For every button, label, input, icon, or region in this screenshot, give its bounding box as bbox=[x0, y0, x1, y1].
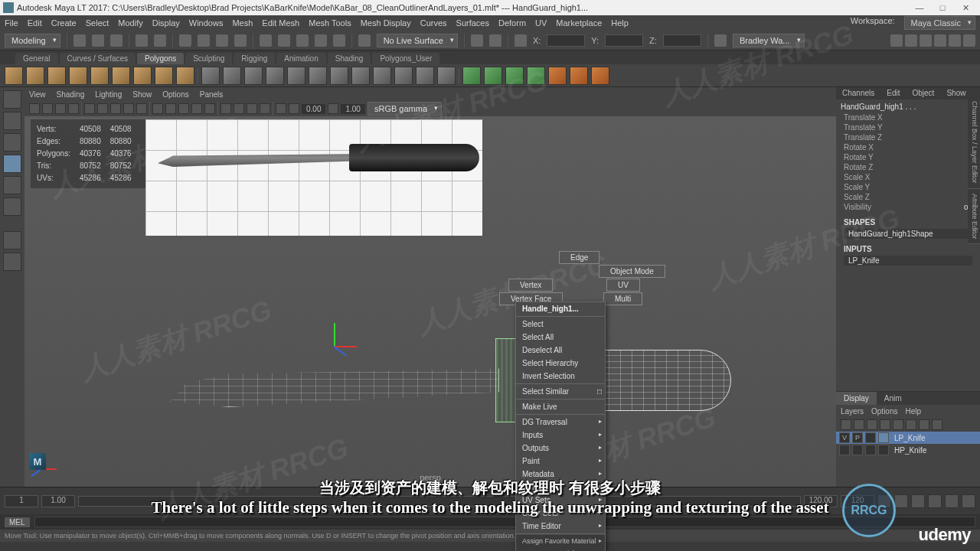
tab-polygons[interactable]: Polygons bbox=[137, 53, 184, 64]
paint-select-tool[interactable] bbox=[3, 133, 21, 152]
menu-help[interactable]: Help bbox=[611, 18, 629, 28]
sculpt-icon[interactable] bbox=[591, 67, 609, 85]
layers-menu[interactable]: Layers bbox=[841, 407, 864, 416]
ctx-invert-selection[interactable]: Invert Selection bbox=[516, 370, 605, 383]
menu-deform[interactable]: Deform bbox=[498, 18, 526, 28]
menu-mesh[interactable]: Mesh bbox=[232, 18, 253, 28]
view-icon[interactable] bbox=[191, 103, 202, 114]
redo-icon[interactable] bbox=[154, 34, 166, 47]
insert-loop-icon[interactable] bbox=[437, 67, 456, 85]
menu-edit-mesh[interactable]: Edit Mesh bbox=[262, 18, 299, 28]
menu-display[interactable]: Display bbox=[152, 18, 180, 28]
vtab-channel-box[interactable]: Channel Box / Layer Editor bbox=[968, 96, 980, 189]
view-icon[interactable] bbox=[260, 103, 270, 114]
minimize-button[interactable]: — bbox=[908, 3, 931, 12]
layout-four-icon[interactable] bbox=[3, 253, 21, 271]
view-icon[interactable] bbox=[152, 103, 163, 114]
node-name[interactable]: HandGuard_high1 . . . bbox=[841, 103, 975, 111]
cb-edit[interactable]: Edit bbox=[880, 87, 906, 99]
snap-live-icon[interactable] bbox=[333, 34, 345, 47]
combine-icon[interactable] bbox=[201, 67, 220, 85]
select-hierarchy-icon[interactable] bbox=[198, 34, 210, 47]
scale-tool[interactable] bbox=[3, 197, 21, 216]
view-icon[interactable] bbox=[220, 103, 231, 114]
view-icon[interactable] bbox=[97, 103, 108, 114]
uv-editor-icon[interactable] bbox=[462, 67, 481, 85]
sym-x-input[interactable] bbox=[547, 34, 585, 47]
quad-draw-icon[interactable] bbox=[416, 67, 434, 85]
poly-plane-icon[interactable] bbox=[112, 67, 130, 85]
open-scene-icon[interactable] bbox=[92, 34, 104, 47]
tab-shading[interactable]: Shading bbox=[328, 53, 371, 64]
tab-curves-surfaces[interactable]: Curves / Surfaces bbox=[60, 53, 136, 64]
shape-node[interactable]: HandGuard_high1Shape bbox=[844, 229, 972, 239]
poly-cone-icon[interactable] bbox=[69, 67, 87, 85]
gizmo-x[interactable] bbox=[334, 346, 357, 347]
bevel-icon[interactable] bbox=[266, 67, 284, 85]
layer-color[interactable] bbox=[878, 445, 889, 455]
menu-modify[interactable]: Modify bbox=[118, 18, 142, 28]
panel-view[interactable]: View bbox=[29, 90, 46, 99]
panel-toggle-icon[interactable] bbox=[934, 34, 946, 47]
ctx-inputs[interactable]: Inputs bbox=[516, 429, 605, 442]
poly-soccer-icon[interactable] bbox=[155, 67, 173, 85]
view-icon[interactable] bbox=[136, 103, 147, 114]
sculpt-icon[interactable] bbox=[570, 67, 588, 85]
uv-cylindrical-icon[interactable] bbox=[505, 67, 524, 85]
sym-z-input[interactable] bbox=[663, 34, 701, 47]
tab-polygons-user[interactable]: Polygons_User bbox=[372, 53, 439, 64]
layer-row[interactable]: HP_Knife bbox=[836, 444, 980, 456]
view-icon[interactable] bbox=[165, 103, 176, 114]
layer-icon[interactable] bbox=[932, 419, 942, 430]
workspace-dropdown[interactable]: Maya Classic bbox=[904, 16, 975, 30]
symmetry-icon[interactable] bbox=[514, 34, 527, 47]
ctx-select-hierarchy[interactable]: Select Hierarchy bbox=[516, 357, 605, 370]
view-icon[interactable] bbox=[328, 103, 338, 114]
panel-options[interactable]: Options bbox=[162, 90, 188, 99]
save-scene-icon[interactable] bbox=[110, 34, 122, 47]
move-tool[interactable] bbox=[3, 155, 21, 173]
viewport[interactable]: Verts:4050840508 Edges:8088080880 Polygo… bbox=[24, 116, 836, 487]
panel-toggle-icon[interactable] bbox=[949, 34, 961, 47]
mirror-icon[interactable] bbox=[351, 67, 370, 85]
panel-toggle-icon[interactable] bbox=[905, 34, 917, 47]
close-button[interactable]: ✕ bbox=[954, 3, 977, 13]
cb-channels[interactable]: Channels bbox=[836, 87, 880, 99]
tab-sculpting[interactable]: Sculpting bbox=[185, 53, 232, 64]
layers-help[interactable]: Help bbox=[905, 407, 921, 416]
layer-icon[interactable] bbox=[841, 419, 851, 430]
menu-windows[interactable]: Windows bbox=[189, 18, 224, 28]
select-tool[interactable] bbox=[3, 90, 21, 109]
gizmo-y[interactable] bbox=[334, 323, 335, 346]
undo-icon[interactable] bbox=[136, 34, 148, 47]
multicut-icon[interactable] bbox=[373, 67, 391, 85]
account-dropdown[interactable]: Bradley Wa... bbox=[733, 34, 805, 47]
layers-options[interactable]: Options bbox=[871, 407, 897, 416]
menu-create[interactable]: Create bbox=[51, 18, 77, 28]
view-icon[interactable] bbox=[204, 103, 215, 114]
ctx-select-all[interactable]: Select All bbox=[516, 331, 605, 344]
separate-icon[interactable] bbox=[223, 67, 241, 85]
uv-planar-icon[interactable] bbox=[484, 67, 502, 85]
layer-icon[interactable] bbox=[893, 419, 903, 430]
append-icon[interactable] bbox=[309, 67, 327, 85]
view-icon[interactable] bbox=[234, 103, 244, 114]
sym-y-input[interactable] bbox=[605, 34, 643, 47]
input-node[interactable]: LP_Knife bbox=[844, 256, 972, 266]
ctx-paint[interactable]: Paint bbox=[516, 455, 605, 468]
view-icon[interactable] bbox=[276, 103, 286, 114]
layer-icon[interactable] bbox=[880, 419, 890, 430]
poly-disc-icon[interactable] bbox=[133, 67, 152, 85]
select-component-icon[interactable] bbox=[234, 34, 247, 47]
layer-tab-anim[interactable]: Anim bbox=[877, 392, 910, 405]
mm-multi[interactable]: Multi bbox=[603, 292, 642, 305]
snap-point-icon[interactable] bbox=[296, 34, 309, 47]
vtab-attribute-editor[interactable]: Attribute Editor bbox=[968, 189, 980, 245]
knife-wireframe[interactable] bbox=[170, 315, 752, 445]
layer-tab-display[interactable]: Display bbox=[836, 392, 877, 405]
mm-vertex[interactable]: Vertex bbox=[508, 279, 553, 292]
construction-history-icon[interactable] bbox=[471, 34, 483, 47]
tab-general[interactable]: General bbox=[15, 53, 58, 64]
ctx-deselect-all[interactable]: Deselect All bbox=[516, 344, 605, 357]
layer-icon[interactable] bbox=[906, 419, 916, 430]
